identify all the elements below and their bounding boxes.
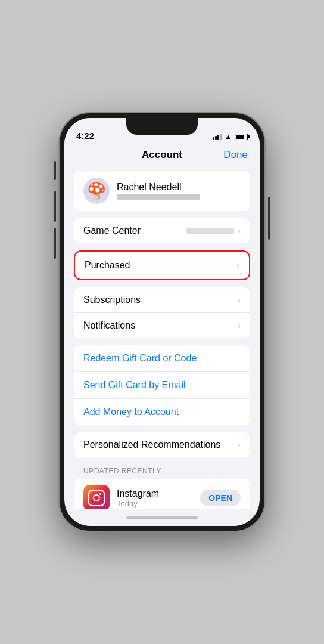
game-center-row[interactable]: Game Center › <box>74 218 250 243</box>
profile-section: 🍄 Rachel Needell <box>74 171 250 211</box>
instagram-logo-icon <box>88 490 105 506</box>
signal-icon <box>213 134 222 140</box>
game-center-label: Game Center <box>83 225 186 236</box>
send-gift-label: Send Gift Card by Email <box>83 380 186 391</box>
power-button[interactable] <box>268 197 270 240</box>
signal-bar-3 <box>217 135 219 140</box>
silent-switch[interactable] <box>54 228 56 259</box>
status-time: 4:22 <box>76 131 94 141</box>
signal-bar-2 <box>215 136 217 140</box>
notifications-chevron-icon: › <box>238 321 241 330</box>
status-bar: 4:22 ▲ <box>64 118 260 144</box>
battery-icon <box>235 134 248 140</box>
redeem-row[interactable]: Redeem Gift Card or Code <box>74 345 250 372</box>
subscriptions-chevron-icon: › <box>238 295 241 305</box>
subscriptions-label: Subscriptions <box>83 295 238 305</box>
done-button[interactable]: Done <box>223 149 248 161</box>
redeem-label: Redeem Gift Card or Code <box>83 353 197 364</box>
subscriptions-section: Subscriptions › Notifications › <box>74 287 250 338</box>
page-title: Account <box>142 149 182 161</box>
app-date: Today <box>117 499 200 508</box>
volume-up-button[interactable] <box>54 161 56 180</box>
personalized-label: Personalized Recommendations <box>83 439 238 450</box>
wifi-icon: ▲ <box>225 132 232 141</box>
signal-bar-4 <box>220 134 222 140</box>
add-money-label: Add Money to Account <box>83 407 179 417</box>
navigation-bar: Account Done <box>64 144 260 163</box>
content-area: 🍄 Rachel Needell Game Center › <box>64 163 260 509</box>
personalized-section: Personalized Recommendations › <box>74 432 250 457</box>
links-section: Redeem Gift Card or Code Send Gift Card … <box>74 345 250 425</box>
send-gift-row[interactable]: Send Gift Card by Email <box>74 372 250 399</box>
app-info: Instagram Today <box>117 488 200 508</box>
instagram-dot-icon <box>99 493 101 495</box>
profile-row[interactable]: 🍄 Rachel Needell <box>74 171 250 211</box>
purchased-chevron-icon: › <box>236 261 239 270</box>
profile-name: Rachel Needell <box>117 182 241 193</box>
profile-info: Rachel Needell <box>117 182 241 200</box>
personalized-row[interactable]: Personalized Recommendations › <box>74 432 250 457</box>
game-center-value <box>186 228 234 234</box>
chevron-icon: › <box>238 226 241 236</box>
subscriptions-row[interactable]: Subscriptions › <box>74 287 250 313</box>
open-button[interactable]: OPEN <box>200 490 241 506</box>
battery-fill <box>236 135 244 139</box>
notch <box>126 118 198 135</box>
phone-device: 4:22 ▲ Account Done <box>60 113 264 531</box>
signal-bar-1 <box>213 137 214 140</box>
purchased-row[interactable]: Purchased › <box>74 250 250 280</box>
game-center-section: Game Center › <box>74 218 250 243</box>
updated-recently-label: UPDATED RECENTLY <box>83 467 241 475</box>
app-row[interactable]: Instagram Today OPEN <box>74 479 250 509</box>
notifications-label: Notifications <box>83 320 238 331</box>
avatar: 🍄 <box>83 178 110 204</box>
personalized-chevron-icon: › <box>238 440 241 450</box>
app-name: Instagram <box>117 488 200 499</box>
notifications-row[interactable]: Notifications › <box>74 313 250 338</box>
volume-down-button[interactable] <box>54 191 56 222</box>
home-bar <box>126 516 198 519</box>
phone-screen: 4:22 ▲ Account Done <box>64 118 260 526</box>
app-icon <box>83 485 110 509</box>
profile-email <box>117 194 200 200</box>
purchased-label: Purchased <box>85 260 236 271</box>
home-indicator <box>64 509 260 526</box>
status-icons: ▲ <box>213 132 248 141</box>
add-money-row[interactable]: Add Money to Account <box>74 399 250 425</box>
